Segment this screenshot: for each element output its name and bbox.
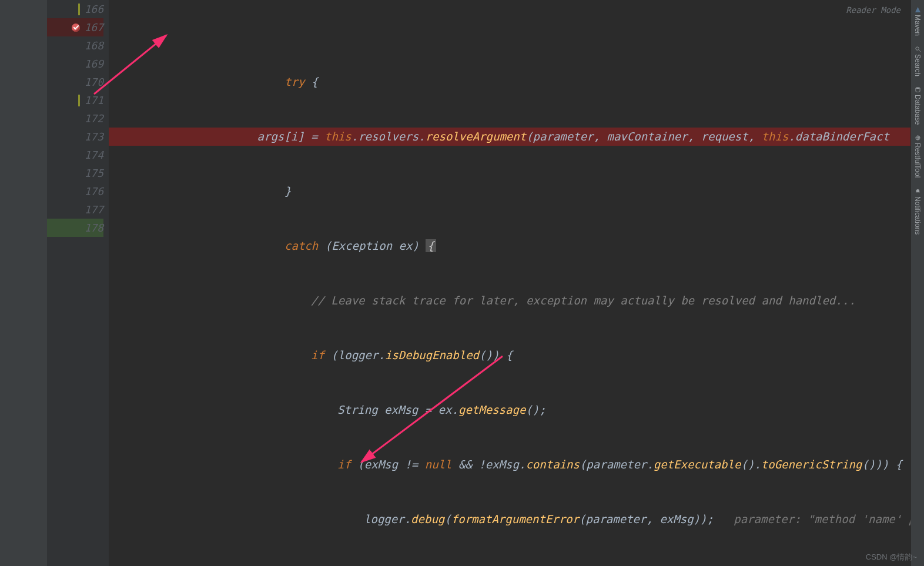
line-number: 167 (83, 18, 103, 36)
left-tool-strip: ish] (0, 0, 47, 566)
code-editor[interactable]: Reader Mode try { args[i] = this.resolve… (109, 0, 924, 566)
line-number: 172 (83, 109, 103, 128)
diff-marker-icon (78, 95, 80, 106)
line-number: 168 (83, 36, 103, 55)
editor-gutter: 166 167 168 169 170 171 172 173 174 175 … (47, 0, 109, 566)
line-number: 169 (83, 55, 103, 73)
breakpoint-icon[interactable] (72, 24, 80, 32)
watermark: CSDN @情韵~ (866, 552, 917, 562)
toolwindow-database[interactable]: Database (913, 87, 922, 125)
svg-point-24 (915, 88, 919, 89)
line-number: 177 (83, 200, 103, 219)
reader-mode-label[interactable]: Reader Mode (846, 1, 900, 19)
database-icon (915, 87, 920, 92)
line-number: 174 (83, 146, 103, 164)
line-number: 171 (83, 91, 103, 109)
toolwindow-restfultool[interactable]: RestfulTool (913, 135, 922, 177)
toolwindow-notifications[interactable]: Notifications (913, 189, 922, 235)
toolwindow-search[interactable]: Search (913, 46, 922, 76)
svg-point-23 (915, 47, 918, 50)
maven-icon (915, 7, 920, 12)
line-number: 176 (83, 182, 103, 200)
line-number: 178 (83, 219, 103, 237)
line-number: 175 (83, 164, 103, 182)
toolwindow-maven[interactable]: Maven (913, 7, 922, 36)
bell-icon (915, 189, 920, 194)
globe-icon (915, 135, 920, 140)
diff-marker-icon (78, 4, 80, 15)
line-number: 166 (83, 0, 103, 18)
line-number: 173 (83, 128, 103, 146)
line-number: 170 (83, 73, 103, 91)
right-toolwindow-bar: Maven Search Database RestfulTool Notifi… (910, 0, 924, 566)
search-icon (915, 46, 920, 52)
